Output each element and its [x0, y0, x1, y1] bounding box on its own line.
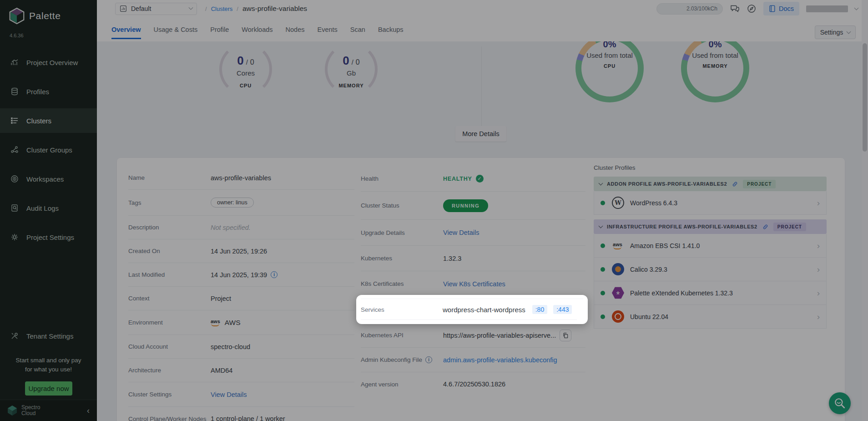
service-port-80-link[interactable]: :80: [532, 305, 547, 314]
services-value: wordpress-chart-wordpress: [443, 306, 525, 314]
dim-overlay: [0, 0, 868, 421]
services-label: Services: [361, 306, 443, 313]
services-spotlight-row: Services wordpress-chart-wordpress :80 :…: [356, 295, 588, 324]
service-port-443-link[interactable]: :443: [553, 305, 572, 314]
